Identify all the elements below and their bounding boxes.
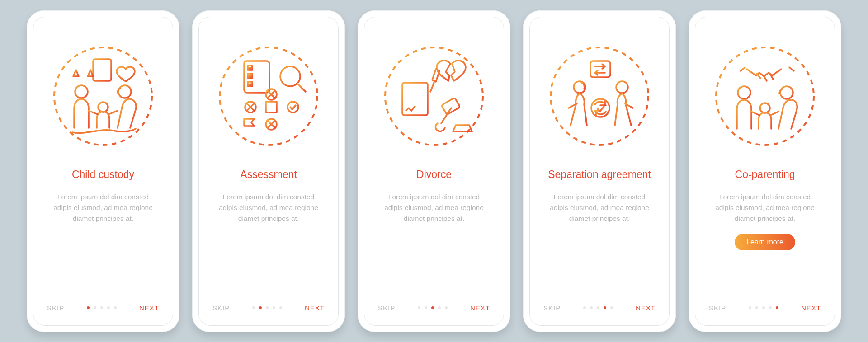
screen-title: Co-parenting [735, 168, 795, 181]
dot[interactable] [252, 306, 255, 309]
svg-rect-23 [266, 102, 277, 112]
dot[interactable] [100, 306, 103, 309]
illustration-child-custody [51, 44, 155, 148]
dot[interactable] [266, 306, 269, 309]
page-indicator [418, 306, 448, 309]
svg-line-12 [108, 111, 118, 114]
screen-description: Lorem ipsum dol dim consted adipis eiusm… [710, 192, 820, 224]
dot[interactable] [610, 306, 613, 309]
skip-button[interactable]: SKIP [47, 304, 64, 312]
page-indicator [252, 306, 282, 309]
next-button[interactable]: NEXT [139, 304, 159, 312]
screen-description: Lorem ipsum dol dim consted adipis eiusm… [379, 192, 489, 224]
dot[interactable] [604, 306, 606, 309]
svg-rect-46 [441, 98, 460, 115]
dot[interactable] [583, 306, 586, 309]
svg-point-56 [760, 103, 770, 113]
dot[interactable] [769, 306, 772, 309]
phone-frame: Co-parenting Lorem ipsum dol dim consted… [689, 10, 841, 332]
dot[interactable] [114, 306, 117, 309]
phone-row: Child custody Lorem ipsum dol dim conste… [27, 10, 841, 332]
svg-rect-49 [590, 61, 610, 77]
dot[interactable] [776, 306, 778, 309]
page-indicator [749, 306, 778, 309]
dot[interactable] [107, 306, 110, 309]
dot[interactable] [259, 306, 262, 309]
dot[interactable] [279, 306, 282, 309]
svg-line-58 [770, 112, 778, 115]
dot[interactable] [425, 306, 427, 309]
onboarding-screen: Co-parenting Lorem ipsum dol dim consted… [695, 17, 835, 326]
dot[interactable] [597, 306, 599, 309]
screen-title: Assessment [240, 168, 297, 181]
nav-row: SKIP NEXT [543, 304, 656, 312]
screen-title: Child custody [72, 168, 134, 181]
phone-frame: Assessment Lorem ipsum dol dim consted a… [192, 10, 345, 332]
skip-button[interactable]: SKIP [709, 304, 726, 312]
onboarding-screen: Child custody Lorem ipsum dol dim conste… [33, 17, 173, 326]
dot[interactable] [273, 306, 275, 309]
svg-point-8 [75, 85, 88, 98]
next-button[interactable]: NEXT [801, 304, 821, 312]
svg-line-57 [751, 112, 760, 115]
svg-line-47 [441, 108, 451, 123]
dot[interactable] [762, 306, 765, 309]
nav-row: SKIP NEXT [47, 304, 159, 312]
onboarding-screen: Divorce Lorem ipsum dol dim consted adip… [364, 17, 504, 326]
svg-point-9 [118, 85, 131, 98]
dot[interactable] [755, 306, 758, 309]
svg-line-11 [89, 111, 98, 114]
phone-frame: Child custody Lorem ipsum dol dim conste… [27, 10, 179, 332]
phone-frame: Divorce Lorem ipsum dol dim consted adip… [358, 10, 510, 332]
screen-title: Divorce [416, 168, 452, 181]
illustration-separation-agreement [547, 44, 651, 148]
next-button[interactable]: NEXT [636, 304, 656, 312]
dot[interactable] [418, 306, 420, 309]
svg-line-22 [297, 84, 306, 92]
screen-description: Lorem ipsum dol dim consted adipis eiusm… [213, 192, 324, 224]
dot[interactable] [431, 306, 434, 309]
dot[interactable] [590, 306, 593, 309]
svg-point-10 [98, 102, 108, 112]
svg-point-51 [616, 81, 628, 93]
illustration-divorce [382, 44, 486, 148]
nav-row: SKIP NEXT [709, 304, 821, 312]
dot[interactable] [445, 306, 448, 309]
svg-line-45 [430, 83, 434, 92]
dot[interactable] [749, 306, 751, 309]
svg-rect-1 [93, 59, 111, 81]
onboarding-screen: Separation agreement Lorem ipsum dol dim… [529, 17, 670, 326]
dot[interactable] [94, 306, 96, 309]
next-button[interactable]: NEXT [470, 304, 490, 312]
skip-button[interactable]: SKIP [378, 304, 395, 312]
page-indicator [583, 306, 613, 309]
next-button[interactable]: NEXT [305, 304, 325, 312]
svg-point-31 [288, 102, 298, 112]
onboarding-screen: Assessment Lorem ipsum dol dim consted a… [198, 17, 339, 326]
dot[interactable] [87, 306, 90, 309]
screen-description: Lorem ipsum dol dim consted adipis eiusm… [48, 192, 158, 224]
skip-button[interactable]: SKIP [543, 304, 561, 312]
phone-frame: Separation agreement Lorem ipsum dol dim… [523, 10, 676, 332]
skip-button[interactable]: SKIP [212, 304, 230, 312]
dot[interactable] [438, 306, 441, 309]
illustration-assessment [217, 44, 321, 148]
screen-description: Lorem ipsum dol dim consted adipis eiusm… [544, 192, 655, 224]
page-indicator [87, 306, 117, 309]
learn-more-button[interactable]: Learn more [735, 234, 795, 250]
nav-row: SKIP NEXT [378, 304, 490, 312]
nav-row: SKIP NEXT [212, 304, 325, 312]
illustration-co-parenting [713, 44, 817, 148]
svg-point-54 [738, 86, 750, 99]
svg-point-55 [780, 86, 793, 99]
screen-title: Separation agreement [548, 168, 651, 181]
